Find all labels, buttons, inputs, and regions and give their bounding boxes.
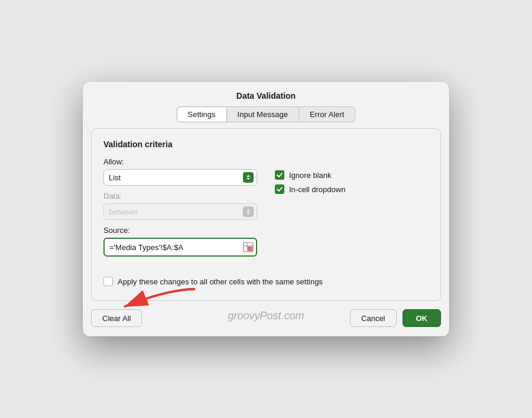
section-title: Validation criteria (103, 140, 429, 149)
source-row: Source: (103, 226, 257, 257)
apply-changes-checkbox[interactable] (103, 277, 113, 286)
allow-row: Allow: List Data: (103, 157, 429, 266)
allow-left: Allow: List Data: (103, 157, 257, 266)
tab-error-alert[interactable]: Error Alert (299, 106, 356, 122)
footer-right: Cancel OK (350, 309, 441, 327)
cell-ref-icon (243, 242, 254, 252)
allow-label: Allow: (103, 157, 257, 166)
data-validation-dialog: Data Validation Settings Input Message E… (83, 82, 449, 336)
svg-rect-3 (248, 247, 252, 251)
source-input[interactable] (103, 238, 257, 257)
source-input-wrapper (103, 238, 257, 257)
data-select-wrapper: between (103, 203, 257, 220)
source-picker-button[interactable] (242, 241, 255, 254)
footer-left: Clear All (91, 309, 142, 327)
in-cell-dropdown-row: In-cell dropdown (275, 184, 429, 194)
allow-select-wrapper: List (103, 169, 257, 186)
in-cell-dropdown-label: In-cell dropdown (289, 185, 345, 194)
ignore-blank-label: Ignore blank (289, 171, 332, 180)
tabs-bar: Settings Input Message Error Alert (83, 106, 449, 128)
data-select[interactable]: between (103, 203, 257, 220)
source-label: Source: (103, 226, 257, 235)
dialog-body: Validation criteria Allow: List (91, 128, 441, 301)
allow-select[interactable]: List (103, 169, 257, 186)
apply-changes-row: Apply these changes to all other cells w… (103, 272, 429, 289)
ignore-blank-row: Ignore blank (275, 170, 429, 180)
tab-input-message[interactable]: Input Message (227, 106, 299, 122)
tab-settings[interactable]: Settings (177, 106, 227, 122)
cancel-button[interactable]: Cancel (350, 309, 396, 327)
dialog-footer: Clear All Cancel OK (83, 309, 449, 336)
ignore-blank-checkbox[interactable] (275, 170, 284, 180)
clear-all-button[interactable]: Clear All (91, 309, 142, 327)
ok-button[interactable]: OK (403, 309, 442, 327)
in-cell-dropdown-checkbox[interactable] (275, 184, 284, 194)
apply-changes-label: Apply these changes to all other cells w… (118, 277, 323, 286)
allow-right: Ignore blank In-cell dropdown (275, 157, 429, 194)
data-label: Data: (103, 192, 257, 200)
dialog-title: Data Validation (83, 82, 449, 106)
